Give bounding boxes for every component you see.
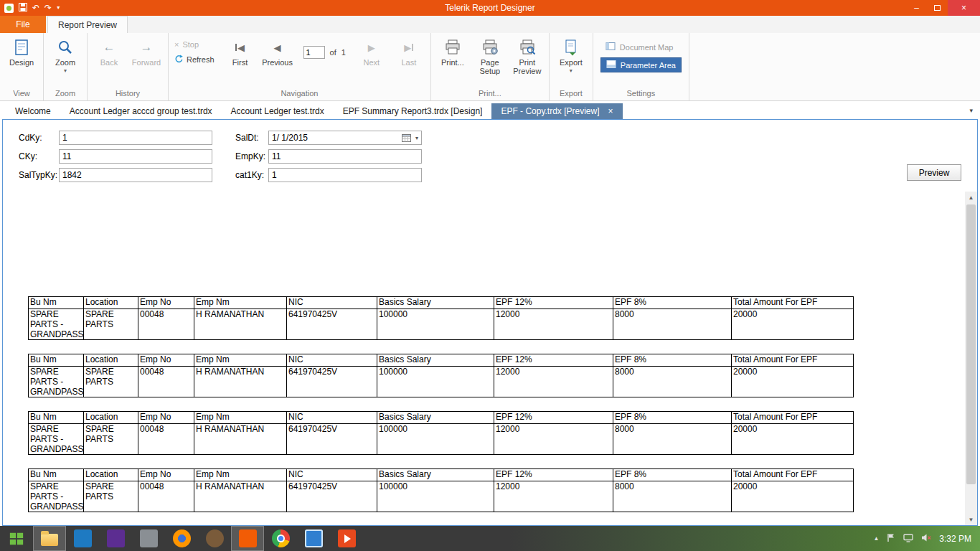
taskbar-firefox-icon[interactable]: [165, 526, 198, 551]
cell-emp-no: 00048: [138, 309, 194, 340]
tray-expand-icon[interactable]: ▲: [873, 535, 879, 542]
window-title: Telerik Report Designer: [0, 3, 980, 13]
stop-button[interactable]: × Stop: [174, 40, 215, 49]
undo-icon[interactable]: ↶: [32, 4, 39, 12]
taskbar-app-3-icon[interactable]: [132, 526, 165, 551]
file-explorer-icon[interactable]: [33, 526, 66, 551]
tray-volume-muted-icon[interactable]: [921, 532, 931, 545]
tab-epf-copy-preview[interactable]: EPF - Copy.trdx [Preview] ×: [491, 103, 622, 119]
print-preview-button[interactable]: Print Preview: [509, 34, 546, 76]
col-header-epf12: EPF 12%: [494, 354, 613, 367]
tab-epf-summary-report3-design[interactable]: EPF Summary Report3.trdx [Design]: [334, 103, 492, 119]
cell-total-epf: 20000: [732, 367, 854, 397]
col-header-nic: NIC: [287, 469, 377, 481]
first-page-button[interactable]: ◀ First: [222, 34, 259, 67]
cell-total-epf: 20000: [732, 481, 854, 512]
tab-account-ledger-acccd-group-test[interactable]: Account Ledger acccd group test.trdx: [60, 103, 222, 119]
print-icon: [444, 38, 461, 57]
tray-flag-icon[interactable]: [887, 532, 895, 545]
ribbon-group-view: Design View: [0, 33, 44, 100]
design-label: Design: [9, 58, 34, 67]
first-page-label: First: [232, 58, 248, 67]
report-preview-area: Bu Nm Location Emp No Emp Nm NIC Basics …: [3, 192, 977, 525]
qat-dropdown-icon[interactable]: ▾: [57, 4, 60, 12]
refresh-button[interactable]: Refresh: [174, 55, 215, 65]
saldt-input[interactable]: [269, 133, 402, 143]
cdky-input[interactable]: [59, 131, 212, 145]
forward-button[interactable]: → Forward: [128, 34, 165, 67]
cell-emp-no: 00048: [138, 424, 194, 455]
empky-input[interactable]: [268, 149, 422, 164]
start-button[interactable]: [0, 526, 33, 551]
preview-button[interactable]: Preview: [907, 164, 961, 181]
cell-emp-nm: H RAMANATHAN: [194, 309, 287, 340]
col-header-location: Location: [84, 469, 138, 481]
document-map-icon: [606, 42, 616, 52]
cell-emp-no: 00048: [138, 481, 194, 512]
cky-input[interactable]: [59, 149, 212, 164]
previous-page-button[interactable]: ◀ Previous: [259, 34, 296, 67]
page-setup-button[interactable]: Page Setup: [471, 34, 509, 76]
page-setup-label: Page Setup: [473, 58, 507, 75]
cell-total-epf: 20000: [732, 424, 854, 455]
tab-list-dropdown-icon[interactable]: ▾: [969, 107, 973, 114]
empky-label: EmpKy:: [235, 151, 268, 161]
tab-close-icon[interactable]: ×: [608, 107, 613, 116]
cell-nic: 641970425V: [287, 309, 377, 340]
stop-label: Stop: [182, 40, 199, 49]
cdky-label: CdKy:: [19, 133, 59, 143]
taskbar-app-2-icon[interactable]: [99, 526, 132, 551]
design-button[interactable]: Design: [3, 34, 40, 67]
cell-bu-nm: SPARE PARTS - GRANDPASS: [29, 424, 84, 455]
taskbar-app-5-icon[interactable]: [297, 526, 330, 551]
col-header-basics-salary: Basics Salary: [377, 354, 494, 367]
ribbon-group-navigation: × Stop Refresh ◀ First ◀ P: [169, 33, 431, 100]
file-tab[interactable]: File: [0, 16, 46, 33]
epf-report-table: Bu Nm Location Emp No Emp Nm NIC Basics …: [28, 411, 854, 455]
taskbar-telerik-icon[interactable]: [231, 526, 264, 551]
page-navigator: of 1: [303, 46, 346, 59]
date-dropdown-icon[interactable]: ▾: [413, 131, 421, 144]
taskbar-media-icon[interactable]: [330, 526, 363, 551]
minimize-button[interactable]: –: [906, 0, 927, 16]
tab-account-ledger-test[interactable]: Account Ledger test.trdx: [222, 103, 334, 119]
parameter-area-toggle[interactable]: Parameter Area: [600, 57, 682, 72]
cell-nic: 641970425V: [287, 367, 377, 397]
tab-welcome[interactable]: Welcome: [6, 103, 60, 119]
cell-basics-salary: 100000: [377, 309, 494, 340]
print-button[interactable]: Print...: [434, 34, 471, 67]
page-number-input[interactable]: [303, 46, 325, 59]
redo-icon[interactable]: ↷: [44, 4, 52, 12]
taskbar-app-1-icon[interactable]: [66, 526, 99, 551]
scrollbar-thumb[interactable]: [966, 204, 976, 484]
stop-icon: ×: [174, 40, 179, 49]
zoom-button[interactable]: Zoom ▾: [47, 34, 84, 74]
quick-access-toolbar: ↶ ↷ ▾: [0, 1, 60, 14]
col-header-bu-nm: Bu Nm: [29, 297, 84, 309]
taskbar-app-4-icon[interactable]: [198, 526, 231, 551]
taskbar-chrome-icon[interactable]: [264, 526, 297, 551]
calendar-icon[interactable]: [402, 133, 413, 142]
document-map-toggle[interactable]: Document Map: [600, 40, 682, 54]
export-button[interactable]: Export ▾: [552, 34, 590, 74]
window-controls: – ×: [906, 0, 980, 16]
save-icon[interactable]: [19, 1, 27, 14]
last-page-button[interactable]: ▶ Last: [390, 34, 428, 67]
group-label-print: Print...: [434, 88, 546, 100]
tab-label: Account Ledger acccd group test.trdx: [70, 106, 212, 116]
saltypky-input[interactable]: [59, 168, 212, 182]
vertical-scrollbar[interactable]: ▲ ▼: [965, 192, 977, 525]
maximize-button[interactable]: [927, 0, 948, 16]
back-button[interactable]: ← Back: [90, 34, 128, 67]
tray-network-icon[interactable]: [903, 532, 913, 545]
cat1ky-input[interactable]: [268, 168, 422, 182]
tab-report-preview[interactable]: Report Preview: [47, 16, 128, 33]
export-icon: [562, 38, 580, 57]
scroll-down-icon[interactable]: ▼: [965, 514, 977, 525]
close-button[interactable]: ×: [948, 0, 980, 16]
taskbar-clock[interactable]: 3:32 PM: [939, 534, 971, 544]
next-page-button[interactable]: ▶ Next: [353, 34, 390, 67]
scroll-up-icon[interactable]: ▲: [965, 192, 977, 203]
cell-epf8: 8000: [613, 367, 732, 397]
app-logo-icon[interactable]: [4, 4, 14, 13]
